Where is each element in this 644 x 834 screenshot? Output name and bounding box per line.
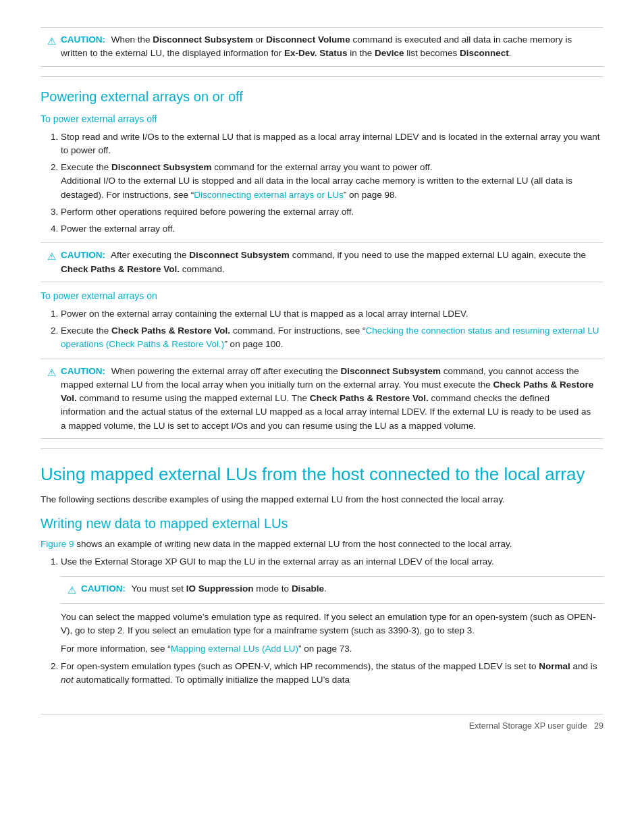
step-4: Power the external array off.	[61, 222, 603, 236]
steps-power-on: Power on the external array containing t…	[61, 307, 603, 352]
caution-label-1: CAUTION:	[61, 34, 105, 45]
divider-2	[41, 448, 603, 449]
caution-icon-4: ⚠	[68, 583, 76, 598]
link-disconnecting[interactable]: Disconnecting external arrays or LUs	[194, 190, 343, 200]
caution-block-3: ⚠ CAUTION: When powering the external ar…	[41, 359, 603, 439]
caution-block-1: ⚠ CAUTION: When the Disconnect Subsystem…	[41, 27, 603, 67]
caution-text-1: CAUTION: When the Disconnect Subsystem o…	[61, 33, 597, 61]
sub1-heading: To power external arrays off	[41, 112, 603, 126]
steps-power-off: Stop read and write I/Os to the external…	[61, 130, 603, 236]
caution-text-2: CAUTION: After executing the Disconnect …	[61, 249, 597, 276]
link-mapping[interactable]: Mapping external LUs (Add LU)	[171, 644, 298, 654]
section2-intro: The following sections describe examples…	[41, 493, 603, 506]
caution-label-2: CAUTION:	[61, 250, 105, 260]
step-2: Execute the Disconnect Subsystem command…	[61, 161, 603, 202]
writing-heading: Writing new data to mapped external LUs	[41, 513, 603, 533]
caution-icon-2: ⚠	[47, 249, 56, 265]
emulation-info: You can select the mapped volume’s emula…	[61, 610, 603, 638]
caution-block-4: ⚠ CAUTION: You must set IO Suppression m…	[61, 576, 603, 604]
step-2-additional: Additional I/O to the external LU is sto…	[61, 176, 572, 199]
more-info: For more information, see “Mapping exter…	[61, 642, 603, 656]
link-figure9[interactable]: Figure 9	[41, 539, 74, 549]
power-on-step-2: Execute the Check Paths & Restore Vol. c…	[61, 324, 603, 352]
caution-icon-1: ⚠	[47, 34, 56, 49]
section2-heading: Using mapped external LUs from the host …	[41, 461, 603, 488]
page-footer: External Storage XP user guide 29	[41, 714, 603, 733]
section1-heading: Powering external arrays on or off	[41, 86, 603, 107]
step-3: Perform other operations required before…	[61, 205, 603, 219]
divider-1	[41, 76, 603, 77]
step-1: Stop read and write I/Os to the external…	[61, 130, 603, 158]
writing-step-2: For open-system emulation types (such as…	[61, 660, 603, 687]
caution-text-4: CAUTION: You must set IO Suppression mod…	[81, 582, 597, 596]
footer-text: External Storage XP user guide	[469, 720, 587, 733]
caution-text-3: CAUTION: When powering the external arra…	[61, 365, 597, 433]
writing-step-1: Use the External Storage XP GUI to map t…	[61, 555, 603, 656]
caution-block-2: ⚠ CAUTION: After executing the Disconnec…	[41, 242, 603, 282]
figure9-intro: Figure 9 shows an example of writing new…	[41, 538, 603, 551]
footer-page: 29	[594, 720, 603, 733]
caution-label-4: CAUTION:	[81, 583, 126, 594]
caution-icon-3: ⚠	[47, 365, 56, 381]
sub2-heading: To power external arrays on	[41, 289, 603, 303]
caution-label-3: CAUTION:	[61, 366, 105, 376]
steps-writing: Use the External Storage XP GUI to map t…	[61, 555, 603, 687]
power-on-step-1: Power on the external array containing t…	[61, 307, 603, 321]
